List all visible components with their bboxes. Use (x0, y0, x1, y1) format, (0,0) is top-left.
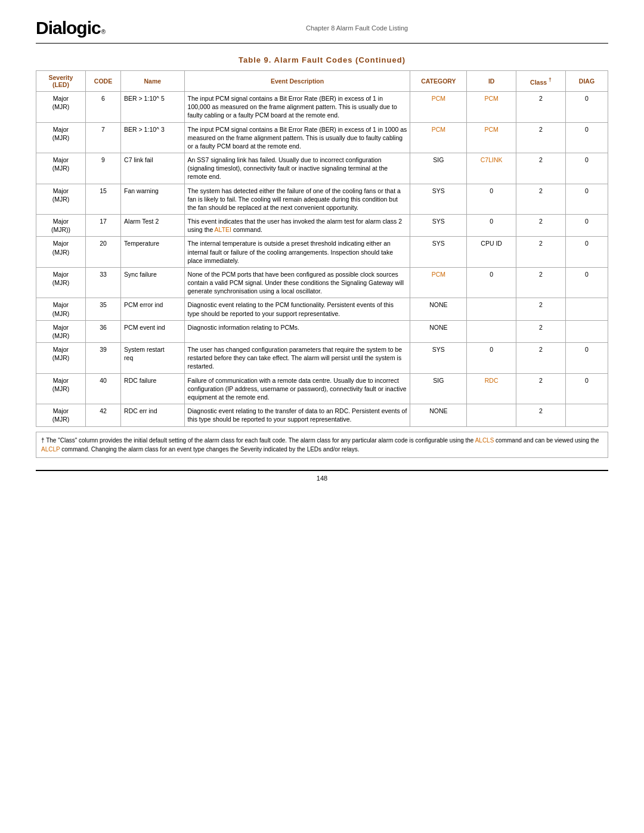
cell-class: 2 (516, 298, 566, 320)
cell-diag: 0 (565, 184, 608, 215)
cell-code: 36 (85, 320, 120, 342)
logo-text: Dialogic (36, 18, 101, 38)
table-row: Major(MJR)20TemperatureThe internal temp… (36, 237, 608, 268)
col-header-category: CATEGORY (410, 71, 467, 92)
cell-class: 2 (516, 373, 566, 404)
cell-code: 9 (85, 153, 120, 184)
table-row: Major(MJR)39System restartreqThe user ha… (36, 343, 608, 374)
cell-name: C7 link fail (121, 153, 185, 184)
cell-severity: Major(MJR) (36, 320, 86, 342)
cell-event: Diagnostic information relating to PCMs. (184, 320, 410, 342)
page-number: 148 (36, 470, 608, 482)
event-link[interactable]: ALTEI (215, 226, 231, 233)
page-header: Dialogic® Chapter 8 Alarm Fault Code Lis… (36, 18, 608, 44)
cell-id: 0 (467, 184, 516, 215)
cell-event: The input PCM signal contains a Bit Erro… (184, 122, 410, 153)
table-row: Major(MJR)40RDC failureFailure of commun… (36, 373, 608, 404)
cell-category: NONE (410, 298, 467, 320)
cell-event: The internal temperature is outside a pr… (184, 237, 410, 268)
cell-name: Alarm Test 2 (121, 215, 185, 237)
col-header-class: Class † (516, 71, 566, 92)
cell-name: Sync failure (121, 267, 185, 298)
cell-event: The input PCM signal contains a Bit Erro… (184, 92, 410, 123)
table-row: Major(MJR)36PCM event indDiagnostic info… (36, 320, 608, 342)
cell-category: SIG (410, 373, 467, 404)
cell-event: None of the PCM ports that have been con… (184, 267, 410, 298)
cell-code: 39 (85, 343, 120, 374)
footnote: † The "Class" column provides the initia… (36, 432, 608, 458)
cell-code: 20 (85, 237, 120, 268)
cell-category: PCM (410, 267, 467, 298)
cell-category: SIG (410, 153, 467, 184)
cell-event: Failure of communication with a remote d… (184, 373, 410, 404)
cell-diag: 0 (565, 267, 608, 298)
cell-name: PCM error ind (121, 298, 185, 320)
cell-severity: Major(MJR) (36, 122, 86, 153)
cell-id (467, 320, 516, 342)
cell-name: BER > 1:10^ 5 (121, 92, 185, 123)
cell-event: The user has changed configuration param… (184, 343, 410, 374)
cell-class: 2 (516, 92, 566, 123)
cell-event: This event indicates that the user has i… (184, 215, 410, 237)
cell-class: 2 (516, 215, 566, 237)
cell-name: Temperature (121, 237, 185, 268)
cell-name: Fan warning (121, 184, 185, 215)
cell-severity: Major(MJR) (36, 343, 86, 374)
col-header-name: Name (121, 71, 185, 92)
cell-category: SYS (410, 215, 467, 237)
id-link[interactable]: C7LINK (481, 156, 503, 163)
col-header-code: CODE (85, 71, 120, 92)
logo: Dialogic® (36, 18, 106, 38)
table-row: Major(MJR)35PCM error indDiagnostic even… (36, 298, 608, 320)
alarm-fault-table: Severity(LED) CODE Name Event Descriptio… (36, 70, 608, 427)
col-header-event: Event Description (184, 71, 410, 92)
cell-id: PCM (467, 122, 516, 153)
cell-event: Diagnostic event relating to the transfe… (184, 404, 410, 426)
table-title: Table 9. Alarm Fault Codes (Continued) (36, 55, 608, 64)
cell-diag (565, 320, 608, 342)
cell-name: System restartreq (121, 343, 185, 374)
id-link[interactable]: PCM (484, 95, 498, 102)
cell-id: C7LINK (467, 153, 516, 184)
cell-id: 0 (467, 343, 516, 374)
table-row: Major(MJR)7BER > 1:10^ 3The input PCM si… (36, 122, 608, 153)
id-link[interactable]: RDC (485, 377, 499, 384)
cell-severity: Major(MJR) (36, 373, 86, 404)
col-header-id: ID (467, 71, 516, 92)
cell-category: PCM (410, 92, 467, 123)
cell-diag: 0 (565, 343, 608, 374)
cell-id: RDC (467, 373, 516, 404)
cell-event: Diagnostic event relating to the PCM fun… (184, 298, 410, 320)
cell-category: NONE (410, 404, 467, 426)
cell-event: The system has detected either the failu… (184, 184, 410, 215)
cell-event: An SS7 signaling link has failed. Usuall… (184, 153, 410, 184)
cell-id (467, 298, 516, 320)
footnote-link[interactable]: ALCLS (475, 437, 494, 444)
cell-code: 33 (85, 267, 120, 298)
cell-code: 6 (85, 92, 120, 123)
cell-severity: Major(MJR) (36, 153, 86, 184)
footnote-link[interactable]: ALCLP (41, 446, 60, 453)
id-link[interactable]: PCM (484, 126, 498, 133)
cell-id: PCM (467, 92, 516, 123)
cell-name: RDC failure (121, 373, 185, 404)
cell-code: 7 (85, 122, 120, 153)
table-row: Major(MJR)15Fan warningThe system has de… (36, 184, 608, 215)
table-row: Major(MJR)9C7 link failAn SS7 signaling … (36, 153, 608, 184)
cell-diag: 0 (565, 237, 608, 268)
col-header-severity: Severity(LED) (36, 71, 86, 92)
cell-severity: Major(MJR) (36, 184, 86, 215)
cell-category: PCM (410, 122, 467, 153)
cell-diag: 0 (565, 92, 608, 123)
cell-class: 2 (516, 122, 566, 153)
cell-diag: 0 (565, 215, 608, 237)
category-link[interactable]: PCM (432, 126, 445, 133)
logo-registered: ® (101, 29, 106, 35)
cell-name: PCM event ind (121, 320, 185, 342)
cell-code: 17 (85, 215, 120, 237)
cell-name: RDC err ind (121, 404, 185, 426)
category-link[interactable]: PCM (432, 271, 445, 278)
cell-severity: Major(MJR) (36, 267, 86, 298)
cell-code: 42 (85, 404, 120, 426)
category-link[interactable]: PCM (432, 95, 445, 102)
